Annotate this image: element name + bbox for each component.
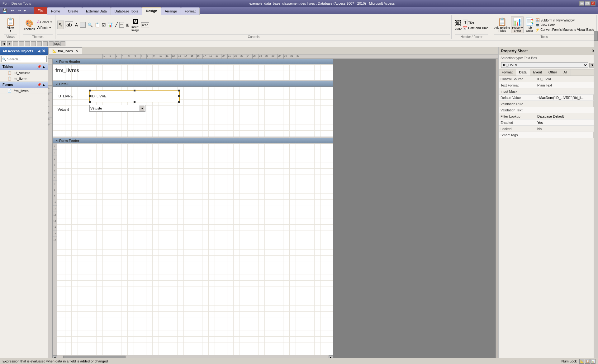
button-ctrl-button[interactable]: ⬜ (79, 22, 86, 28)
ps-value-default-value[interactable]: =MaxDom("ID_LIVRE";"tbl_livres")+1 … (536, 95, 598, 100)
nav-forms-pin[interactable]: 📌 (37, 83, 41, 87)
forward-button[interactable]: ► (7, 41, 12, 46)
insert-image-button[interactable]: 🖼 InsertImage (131, 18, 140, 32)
tab-home[interactable]: Home (47, 7, 64, 15)
view-switcher[interactable]: 📐 📋 📊 (579, 359, 596, 364)
ps-scrollbar[interactable] (594, 47, 598, 358)
qa-dropdown[interactable]: ▼ (23, 9, 26, 12)
nav-item-tbl-livres[interactable]: 📋 tbl_livres (0, 76, 48, 82)
tab-file[interactable]: File (34, 7, 47, 14)
ps-value-filter-lookup[interactable]: Database Default (536, 113, 598, 119)
handle-tl[interactable] (89, 90, 91, 91)
refresh-button[interactable] (13, 41, 18, 46)
select-button[interactable]: ↖ (57, 21, 64, 29)
spellcheck-button[interactable] (43, 41, 48, 46)
ps-tab-all[interactable]: All (560, 69, 571, 76)
handle-br[interactable] (178, 101, 180, 103)
add-existing-button[interactable]: 📋 Add ExistingFields (494, 17, 510, 32)
h-scrollbar[interactable]: ◄ ► (53, 355, 333, 358)
tab-order-button[interactable]: 📑 TabOrder (525, 17, 534, 32)
form-title-label[interactable]: frm_livres (54, 67, 81, 74)
window-controls[interactable]: ─ ❐ ✕ (579, 1, 596, 6)
rect-ctrl-button[interactable]: ▭ (119, 22, 125, 28)
ps-value-input-mask[interactable] (536, 88, 598, 94)
favorites-button[interactable] (31, 41, 36, 46)
view-button[interactable]: 📋 View ▼ (6, 16, 15, 34)
subform-window-button[interactable]: 🪟 Subform in New Window (535, 18, 594, 22)
handle-tm[interactable] (134, 90, 135, 91)
view-code-button[interactable]: 💻 View Code (535, 23, 594, 27)
detail-content[interactable]: ID_LIVRE ID_LIVRE (53, 87, 333, 137)
form-tab-close[interactable]: ✕ (75, 49, 78, 53)
vetuste-label-ctrl[interactable]: Vétusté (56, 107, 70, 112)
ps-tab-data[interactable]: Data (516, 69, 530, 76)
home-button[interactable] (25, 41, 30, 46)
search-input[interactable] (6, 57, 46, 62)
nav-tables-header[interactable]: Tables 📌 ▲ (0, 64, 48, 70)
h-scrollbar-track[interactable] (57, 355, 329, 358)
back-button[interactable]: ◄ (1, 41, 6, 46)
scroll-right-btn[interactable]: ► (329, 355, 333, 358)
redo-qa-button[interactable]: ↪ (17, 8, 22, 13)
nav-tables-expand[interactable]: ▲ (42, 65, 45, 69)
scroll-left-btn[interactable]: ◄ (53, 355, 57, 358)
line-ctrl-button[interactable]: ╱ (114, 22, 118, 28)
h-scrollbar-thumb[interactable] (63, 356, 126, 358)
stop-button[interactable] (19, 41, 24, 46)
nav-pin-button[interactable]: ◄ (37, 49, 41, 54)
tab-create[interactable]: Create (64, 7, 82, 15)
ps-tab-format[interactable]: Format (499, 69, 516, 76)
ps-value-smart-tags[interactable]: … (536, 132, 598, 138)
tab-database-tools[interactable]: Database Tools (111, 7, 142, 15)
handle-bl[interactable] (89, 101, 91, 103)
handle-bm[interactable] (134, 101, 135, 103)
undo-qa-button[interactable]: ↩ (10, 8, 15, 13)
text-box-button[interactable]: A (74, 22, 78, 28)
chart-ctrl-button[interactable]: 📊 (107, 22, 114, 28)
nav-forms-header[interactable]: Forms 📌 ▲ (0, 82, 48, 88)
vetuste-combo[interactable]: Vétusté ▼ (89, 105, 145, 112)
form-footer-content[interactable]: 1 2 3 4 5 6 7 8 9 10 (53, 143, 333, 355)
check-ctrl-button[interactable]: ☑ (101, 22, 107, 28)
form-tab-frm-livres[interactable]: 📐 frm_livres ✕ (48, 47, 82, 54)
tab-design[interactable]: Design (142, 7, 161, 14)
ps-value-locked[interactable]: No (536, 126, 598, 132)
nav-forms-expand[interactable]: ▲ (42, 83, 45, 87)
form-canvas[interactable]: Form Header frm_livres Detail (53, 59, 495, 358)
ps-value-enabled[interactable]: Yes (536, 119, 598, 125)
print-button[interactable] (37, 41, 42, 46)
ps-value-validation-rule[interactable]: … (536, 101, 598, 107)
title-hf-button[interactable]: T Title (463, 20, 488, 25)
logo-button[interactable]: 🖼 Logo (455, 20, 462, 30)
form-header-content[interactable]: frm_livres (53, 64, 333, 80)
handle-ml[interactable] (89, 95, 91, 97)
nav-item-frm-livres[interactable]: 📄 frm_livres (0, 88, 48, 94)
tab-format[interactable]: Format (181, 7, 200, 15)
handle-mr[interactable] (178, 95, 180, 97)
view-btn-3[interactable]: 📊 (591, 359, 596, 364)
nav-tables-pin[interactable]: 📌 (37, 65, 41, 69)
more-ctrl-button[interactable]: ⊞ (125, 22, 130, 28)
undo2-button[interactable] (49, 41, 54, 46)
view-btn-2[interactable]: 📋 (585, 359, 590, 364)
close-button[interactable]: ✕ (591, 1, 596, 6)
vetuste-combo-arrow[interactable]: ▼ (140, 105, 145, 111)
restore-button[interactable]: ❐ (585, 1, 590, 6)
id-livre-label-ctrl[interactable]: ID_LIVRE (56, 94, 74, 99)
id-livre-textbox[interactable]: ID_LIVRE (89, 90, 180, 102)
sql-button[interactable]: SQL (55, 41, 59, 46)
combo-ctrl-button[interactable]: 🔍 (87, 22, 93, 28)
ps-value-control-source[interactable]: ID_LIVRE (536, 76, 598, 82)
nav-close-button[interactable]: ✕ (42, 49, 45, 54)
ps-tab-other[interactable]: Other (545, 69, 561, 76)
datetime-button[interactable]: 📅 Date and Time (463, 26, 488, 30)
property-sheet-button[interactable]: 📊 PropertySheet (511, 16, 524, 33)
colors-button[interactable]: A Colors ▼ (37, 20, 53, 25)
tab-external-data[interactable]: External Data (82, 7, 111, 15)
xyz-btn[interactable]: XYZ (140, 22, 150, 27)
ps-value-validation-text[interactable] (536, 107, 598, 113)
minimize-button[interactable]: ─ (579, 1, 584, 6)
nav-item-lut-vetuste[interactable]: 📋 lut_vetuste (0, 70, 48, 76)
tab-arrange[interactable]: Arrange (161, 7, 181, 15)
themes-button[interactable]: 🎨 Themes (23, 19, 36, 31)
